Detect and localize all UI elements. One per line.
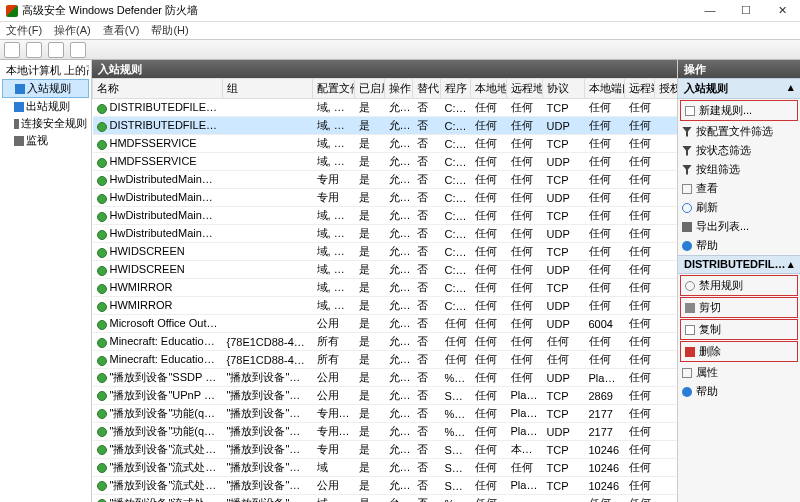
table-cell xyxy=(655,333,678,351)
column-header[interactable]: 协议 xyxy=(543,79,585,99)
table-cell: 是 xyxy=(355,297,385,315)
table-cell: HWIDSCREEN xyxy=(93,261,223,279)
column-header[interactable]: 配置文件 xyxy=(313,79,355,99)
column-header[interactable]: 操作 xyxy=(385,79,413,99)
table-cell: 任何 xyxy=(507,225,543,243)
table-row[interactable]: "播放到设备"流式处理服务器(HTTP-Stre..."播放到设备"功能域是允许… xyxy=(93,459,678,477)
action-item[interactable]: 导出列表... xyxy=(678,217,800,236)
close-button[interactable]: ✕ xyxy=(770,4,794,17)
maximize-button[interactable]: ☐ xyxy=(734,4,758,17)
table-row[interactable]: HwDistributedMainService域, 公用是允许否C:\Pr..… xyxy=(93,225,678,243)
action-item[interactable]: 帮助 xyxy=(678,382,800,401)
status-dot-icon xyxy=(97,176,107,186)
collapse-icon[interactable]: ▴ xyxy=(788,81,794,96)
action-item[interactable]: 复制 xyxy=(680,319,798,340)
table-row[interactable]: DISTRIBUTEDFILESERVICE域, 公用是允许否C:\Pr...任… xyxy=(93,117,678,135)
table-row[interactable]: "播放到设备"UPnP 事件(TCP-In)"播放到设备"功能公用是允许否Sys… xyxy=(93,387,678,405)
action-label: 帮助 xyxy=(696,384,718,399)
table-cell: 任何 xyxy=(585,117,625,135)
column-header[interactable]: 授权的用户 xyxy=(655,79,678,99)
menu-item[interactable]: 查看(V) xyxy=(103,23,140,38)
table-cell: 否 xyxy=(413,189,441,207)
action-item[interactable]: 按配置文件筛选 xyxy=(678,122,800,141)
tree-root[interactable]: 本地计算机 上的高级安全 Win xyxy=(2,62,89,79)
toolbar-refresh-button[interactable] xyxy=(48,42,64,58)
minimize-button[interactable]: — xyxy=(698,4,722,17)
toolbar-forward-button[interactable] xyxy=(26,42,42,58)
table-cell: 任何 xyxy=(507,99,543,117)
column-header[interactable]: 程序 xyxy=(441,79,471,99)
table-cell: 任何 xyxy=(471,99,507,117)
table-cell: 任何 xyxy=(507,171,543,189)
table-row[interactable]: HWMIRROR域, 公用是允许否C:\Pr...任何任何TCP任何任何 xyxy=(93,279,678,297)
column-header[interactable]: 本地地址 xyxy=(471,79,507,99)
action-item[interactable]: 按组筛选 xyxy=(678,160,800,179)
toolbar-help-button[interactable] xyxy=(70,42,86,58)
table-cell: 否 xyxy=(413,459,441,477)
table-row[interactable]: HWIDSCREEN域, 公用是允许否C:\Pr...任何任何TCP任何任何 xyxy=(93,243,678,261)
column-header[interactable]: 替代 xyxy=(413,79,441,99)
table-row[interactable]: "播放到设备"SSDP 发现(UDP-In)"播放到设备"功能公用是允许否%Sy… xyxy=(93,369,678,387)
action-item[interactable]: 刷新 xyxy=(678,198,800,217)
collapse-icon[interactable]: ▴ xyxy=(788,258,794,271)
table-row[interactable]: HwDistributedMainService专用是允许否C:\Pr...任何… xyxy=(93,189,678,207)
menu-item[interactable]: 帮助(H) xyxy=(151,23,188,38)
tree-item[interactable]: 连接安全规则 xyxy=(2,115,89,132)
action-item[interactable]: 帮助 xyxy=(678,236,800,255)
table-cell xyxy=(507,495,543,503)
column-header[interactable]: 本地端口 xyxy=(585,79,625,99)
status-dot-icon xyxy=(97,302,107,312)
column-header[interactable]: 名称 xyxy=(93,79,223,99)
table-row[interactable]: "播放到设备"流式处理服务器(RTCP-Stre..."播放到设备"功能域是允许… xyxy=(93,495,678,503)
table-cell: 否 xyxy=(413,279,441,297)
table-cell xyxy=(655,441,678,459)
out-icon xyxy=(14,102,24,112)
table-row[interactable]: HMDFSSERVICE域, 公用是允许否C:\Pr...任何任何UDP任何任何 xyxy=(93,153,678,171)
tree-item[interactable]: 出站规则 xyxy=(2,98,89,115)
action-item[interactable]: 剪切 xyxy=(680,297,798,318)
action-item[interactable]: 属性 xyxy=(678,363,800,382)
help-icon xyxy=(682,241,692,251)
table-cell: UDP xyxy=(543,369,585,387)
table-row[interactable]: HWMIRROR域, 公用是允许否C:\Pr...任何任何UDP任何任何 xyxy=(93,297,678,315)
table-cell: 任何 xyxy=(471,315,507,333)
table-row[interactable]: "播放到设备"流式处理服务器(HTTP-Stre..."播放到设备"功能专用是允… xyxy=(93,441,678,459)
menu-item[interactable]: 操作(A) xyxy=(54,23,91,38)
action-item[interactable]: 查看 xyxy=(678,179,800,198)
table-row[interactable]: Minecraft: Education Edition{78E1CD88-49… xyxy=(93,333,678,351)
table-cell: 任何 xyxy=(625,423,655,441)
mon-icon xyxy=(14,136,24,146)
window-controls: — ☐ ✕ xyxy=(698,4,794,17)
table-cell: 任何 xyxy=(441,333,471,351)
table-row[interactable]: Minecraft: Education Edition{78E1CD88-49… xyxy=(93,351,678,369)
rules-grid[interactable]: 名称组配置文件已启用操作替代程序本地地址远程地址协议本地端口远程端口授权的用户 … xyxy=(92,78,677,502)
tree-item[interactable]: 监视 xyxy=(2,132,89,149)
table-row[interactable]: HwDistributedMainService专用是允许否C:\Pr...任何… xyxy=(93,171,678,189)
toolbar-back-button[interactable] xyxy=(4,42,20,58)
table-row[interactable]: "播放到设备"功能(qWave-UDP-In)"播放到设备"功能专用, 公用是允… xyxy=(93,423,678,441)
table-cell: 任何%SystemRoot%\system32\mdeserver.exe xyxy=(471,495,507,503)
table-row[interactable]: HwDistributedMainService域, 公用是允许否C:\Pr..… xyxy=(93,207,678,225)
tree-item[interactable]: 入站规则 xyxy=(2,79,89,98)
table-row[interactable]: HWIDSCREEN域, 公用是允许否C:\Pr...任何任何UDP任何任何 xyxy=(93,261,678,279)
table-cell: HWMIRROR xyxy=(93,279,223,297)
table-row[interactable]: DISTRIBUTEDFILESERVICE域, 公用是允许否C:\Pr...任… xyxy=(93,99,678,117)
table-cell: PlayTo 呈... xyxy=(507,405,543,423)
table-cell: 是 xyxy=(355,423,385,441)
action-item[interactable]: 禁用规则 xyxy=(680,275,798,296)
menu-item[interactable]: 文件(F) xyxy=(6,23,42,38)
table-row[interactable]: HMDFSSERVICE域, 公用是允许否C:\Pr...任何任何TCP任何任何 xyxy=(93,135,678,153)
table-row[interactable]: Microsoft Office Outlook公用是允许否任何任何任何UDP6… xyxy=(93,315,678,333)
table-row[interactable]: "播放到设备"功能(qWave-TCP-In)"播放到设备"功能专用, 公用是允… xyxy=(93,405,678,423)
table-row[interactable]: "播放到设备"流式处理服务器(HTTP-Stre..."播放到设备"功能公用是允… xyxy=(93,477,678,495)
action-item[interactable]: 删除 xyxy=(680,341,798,362)
column-header[interactable]: 远程端口 xyxy=(625,79,655,99)
column-header[interactable]: 远程地址 xyxy=(507,79,543,99)
table-cell: "播放到设备"流式处理服务器(RTCP-Stre... xyxy=(93,495,223,503)
table-cell: 域, 公用 xyxy=(313,225,355,243)
column-header[interactable]: 组 xyxy=(223,79,313,99)
action-item[interactable]: 按状态筛选 xyxy=(678,141,800,160)
actions-section-inbound: 入站规则▴ xyxy=(678,78,800,99)
column-header[interactable]: 已启用 xyxy=(355,79,385,99)
action-item[interactable]: 新建规则... xyxy=(680,100,798,121)
